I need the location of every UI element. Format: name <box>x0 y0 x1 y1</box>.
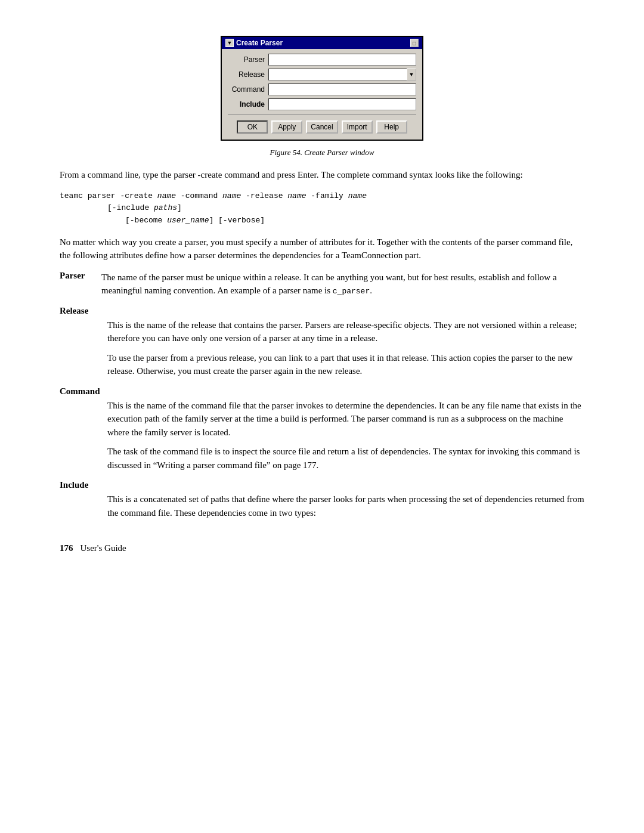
parser-input[interactable] <box>268 54 416 66</box>
code-line-3: [-become user_name] [-verbose] <box>60 215 584 227</box>
code-line-1: teamc parser -create name -command name … <box>60 190 584 203</box>
code-cparser: c_parser <box>333 287 370 296</box>
release-input[interactable] <box>268 69 407 80</box>
apply-button[interactable]: Apply <box>271 120 302 134</box>
command-def-para1: This is the name of the command file tha… <box>107 399 584 439</box>
command-definition: Command This is the name of the command … <box>60 386 584 472</box>
dialog-separator <box>228 114 416 114</box>
release-label: Release <box>228 70 268 79</box>
dialog-body: Parser Release ▼ Command Include <box>222 49 422 140</box>
parser-field-row: Parser <box>228 54 416 66</box>
release-def-para2: To use the parser from a previous releas… <box>107 351 584 378</box>
include-def-term: Include <box>60 480 584 490</box>
page-footer: 176 User's Guide <box>60 543 584 553</box>
command-label: Command <box>228 85 268 94</box>
code-mid-2: -release <box>241 191 287 200</box>
figure-caption: Figure 54. Create Parser window <box>60 148 584 157</box>
release-input-container: ▼ <box>268 69 416 80</box>
code-italic-name3: name <box>287 191 306 200</box>
no-matter-paragraph: No matter which way you create a parser,… <box>60 236 584 262</box>
command-input[interactable] <box>268 83 416 95</box>
include-def-para1: This is a concatenated set of paths that… <box>107 493 584 519</box>
dialog-close-button[interactable]: □ <box>410 39 419 47</box>
command-def-content: This is the name of the command file tha… <box>60 399 584 472</box>
help-button[interactable]: Help <box>376 120 407 134</box>
dialog-titlebar: ▼ Create Parser □ <box>222 37 422 49</box>
command-field-row: Command <box>228 83 416 95</box>
include-field-row: Include <box>228 98 416 110</box>
include-def-content: This is a concatenated set of paths that… <box>60 493 584 519</box>
page-label: User's Guide <box>80 543 126 553</box>
intro-paragraph: From a command line, type the parser -cr… <box>60 168 584 182</box>
dialog-title: Create Parser <box>236 39 283 47</box>
code-italic-name1: name <box>157 191 176 200</box>
parser-def-content: The name of the parser must be unique wi… <box>101 271 584 298</box>
code-mid-1: -command <box>176 191 222 200</box>
parser-def-term: Parser <box>60 271 101 298</box>
code-italic-name4: name <box>348 191 367 200</box>
release-definition: Release This is the name of the release … <box>60 306 584 378</box>
release-def-term: Release <box>60 306 584 316</box>
parser-definition: Parser The name of the parser must be un… <box>60 271 584 298</box>
release-field-row: Release ▼ <box>228 69 416 80</box>
release-def-para1: This is the name of the release that con… <box>107 318 584 345</box>
parser-label: Parser <box>228 55 268 64</box>
command-def-term: Command <box>60 386 584 397</box>
import-button[interactable]: Import <box>342 120 373 134</box>
dialog-container: ▼ Create Parser □ Parser Release ▼ Comma… <box>60 36 584 141</box>
code-line-2: [-include paths] <box>60 202 584 215</box>
include-definition: Include This is a concatenated set of pa… <box>60 480 584 519</box>
code-italic-name2: name <box>222 191 241 200</box>
page-number: 176 <box>60 543 73 553</box>
parser-def-text: The name of the parser must be unique wi… <box>101 272 557 296</box>
title-icon: ▼ <box>225 39 234 47</box>
include-label: Include <box>228 100 268 109</box>
cancel-button[interactable]: Cancel <box>306 120 338 134</box>
create-parser-dialog: ▼ Create Parser □ Parser Release ▼ Comma… <box>221 36 423 141</box>
code-block: teamc parser -create name -command name … <box>60 190 584 227</box>
include-input[interactable] <box>268 98 416 110</box>
release-def-content: This is the name of the release that con… <box>60 318 584 378</box>
code-italic-username: user_name <box>167 216 209 225</box>
code-italic-paths: paths <box>154 203 177 212</box>
release-dropdown-button[interactable]: ▼ <box>407 69 416 80</box>
command-def-para2: The task of the command file is to inspe… <box>107 445 584 472</box>
code-pre-1: teamc parser -create <box>60 191 157 200</box>
dialog-buttons: OK Apply Cancel Import Help <box>228 118 416 135</box>
ok-button[interactable]: OK <box>237 120 268 134</box>
code-mid-3: -family <box>306 191 348 200</box>
titlebar-left: ▼ Create Parser <box>225 39 283 47</box>
